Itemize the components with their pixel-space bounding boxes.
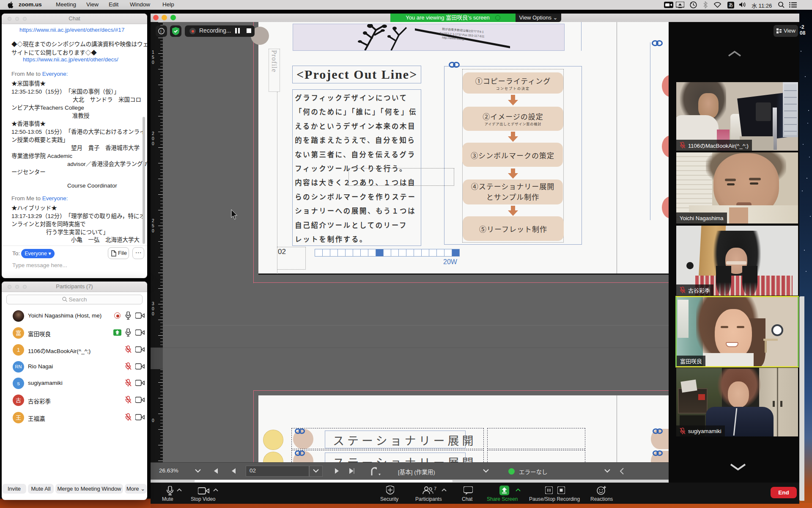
svg-text:i: i xyxy=(160,29,162,33)
svg-text:http://www.issc.jp: http://www.issc.jp xyxy=(442,36,465,41)
